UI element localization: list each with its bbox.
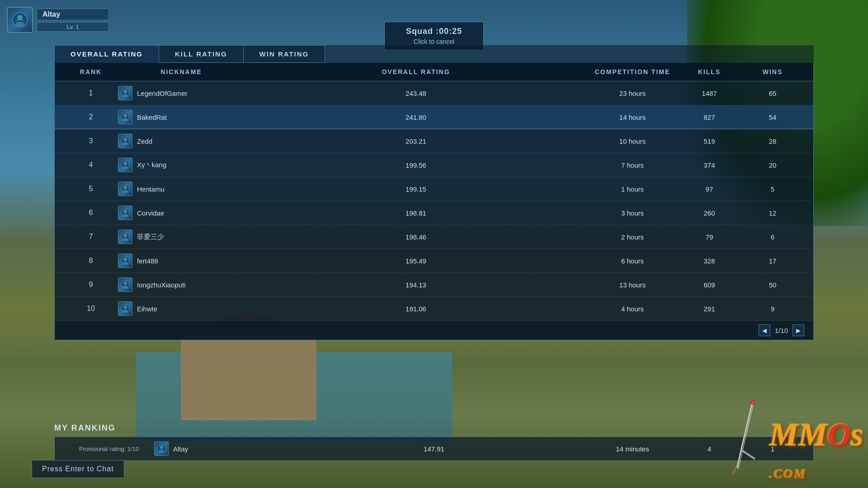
cell-kills: 291 xyxy=(678,305,741,313)
cell-wins: 9 xyxy=(741,305,804,313)
player-icon xyxy=(118,301,132,316)
svg-point-41 xyxy=(751,401,754,404)
next-page-button[interactable]: ▶ xyxy=(793,324,804,336)
svg-point-31 xyxy=(124,306,127,309)
table-row: 4 Xy丶kang 199.56 7 hours 374 20 xyxy=(55,153,813,177)
table-row: 2 BakedRat 241.80 14 hours 827 54 xyxy=(55,105,813,129)
pagination: ◀ 1/10 ▶ xyxy=(55,321,813,340)
cell-rank: 3 xyxy=(64,137,118,145)
cell-wins: 12 xyxy=(741,209,804,217)
svg-point-23 xyxy=(123,238,128,241)
header-nickname: NICKNAME xyxy=(118,68,245,75)
tab-overall[interactable]: OVERALL RATING xyxy=(54,45,159,63)
nickname-text: Zedd xyxy=(137,137,152,145)
nickname-text: IongzhuXiaoputi xyxy=(137,281,186,289)
player-info: Altay Lv. 1 xyxy=(37,9,109,32)
sword-decoration xyxy=(728,396,764,479)
svg-point-14 xyxy=(123,166,128,169)
svg-point-8 xyxy=(123,118,128,122)
svg-point-32 xyxy=(123,310,128,313)
table-body: 1 LegendOfGamer 243.48 23 hours 1487 65 … xyxy=(55,81,813,321)
header-rating: OVERALL RATING xyxy=(245,68,587,75)
nickname-text: Xy丶kang xyxy=(137,161,166,169)
cell-nickname: Zedd xyxy=(118,134,245,148)
cell-wins: 50 xyxy=(741,281,804,289)
player-icon xyxy=(118,230,132,244)
my-time: 14 minutes xyxy=(587,445,678,453)
svg-line-39 xyxy=(732,467,736,475)
chat-button[interactable]: Press Enter to Chat xyxy=(32,460,124,478)
cell-wins: 6 xyxy=(741,233,804,241)
svg-point-25 xyxy=(124,258,127,261)
svg-point-7 xyxy=(124,114,127,117)
svg-point-19 xyxy=(124,210,127,213)
svg-point-5 xyxy=(123,94,128,98)
cell-wins: 65 xyxy=(741,89,804,97)
header-wins: WINS xyxy=(741,68,804,75)
table-row: 9 IongzhuXiaoputi 194.13 13 hours 609 50 xyxy=(55,273,813,297)
table-row: 10 Eihwte 191.06 4 hours 291 9 xyxy=(55,297,813,321)
nickname-text: Hentamu xyxy=(137,185,165,193)
cancel-button[interactable]: Click to cancel xyxy=(398,38,470,45)
svg-point-35 xyxy=(159,450,164,453)
cell-rating: 199.15 xyxy=(245,185,587,193)
player-icon xyxy=(118,86,132,100)
ui-layer: Altay Lv. 1 Squad :00:25 Click to cancel… xyxy=(0,0,868,488)
squad-timer-text: Squad :00:25 xyxy=(398,27,470,36)
cell-kills: 1487 xyxy=(678,89,741,97)
table-row: 7 菲爱三少 198.46 2 hours 79 6 xyxy=(55,225,813,249)
cell-nickname: LegendOfGamer xyxy=(118,86,245,100)
cell-time: 6 hours xyxy=(587,257,678,265)
svg-point-13 xyxy=(124,162,127,165)
cell-rating: 199.56 xyxy=(245,161,587,169)
my-ranking-section: MY RANKING Provisional rating: 1/10 Alta… xyxy=(54,423,814,461)
svg-line-37 xyxy=(738,401,754,469)
nickname-text: BakedRat xyxy=(137,113,167,121)
header-time: COMPETITION TIME xyxy=(587,68,678,75)
cell-rank: 6 xyxy=(64,209,118,217)
header-rank: RANK xyxy=(64,68,118,75)
cell-time: 2 hours xyxy=(587,233,678,241)
svg-point-22 xyxy=(124,234,127,237)
cell-time: 13 hours xyxy=(587,281,678,289)
cell-wins: 17 xyxy=(741,257,804,265)
cell-rating: 194.13 xyxy=(245,281,587,289)
tabs-container: OVERALL RATING KILL RATING WIN RATING xyxy=(54,45,814,63)
cell-nickname: fert488 xyxy=(118,253,245,268)
svg-point-20 xyxy=(123,214,128,217)
svg-point-16 xyxy=(124,186,127,189)
cell-nickname: IongzhuXiaoputi xyxy=(118,277,245,292)
nickname-text: 菲爱三少 xyxy=(137,233,164,241)
cell-nickname: Corvidae xyxy=(118,206,245,220)
cell-wins: 5 xyxy=(741,185,804,193)
nickname-text: fert488 xyxy=(137,257,158,265)
cell-time: 23 hours xyxy=(587,89,678,97)
player-icon xyxy=(118,182,132,196)
player-name: Altay xyxy=(37,9,109,20)
svg-point-34 xyxy=(160,446,163,449)
cell-rank: 10 xyxy=(64,305,118,313)
tab-win[interactable]: WIN RATING xyxy=(244,45,326,63)
cell-kills: 609 xyxy=(678,281,741,289)
cell-nickname: Hentamu xyxy=(118,182,245,196)
player-icon xyxy=(118,277,132,292)
avatar xyxy=(7,7,33,33)
header-kills: KILLS xyxy=(678,68,741,75)
prev-page-button[interactable]: ◀ xyxy=(759,324,770,336)
cell-kills: 260 xyxy=(678,209,741,217)
cell-nickname: Eihwte xyxy=(118,301,245,316)
player-icon xyxy=(118,206,132,220)
cell-rank: 2 xyxy=(64,113,118,121)
mmos-logo: MMOs .COM xyxy=(769,418,863,483)
leaderboard-table: RANK NICKNAME OVERALL RATING COMPETITION… xyxy=(54,63,814,340)
cell-nickname: 菲爱三少 xyxy=(118,230,245,244)
provisional-label: Provisional rating: 1/10 xyxy=(64,446,154,452)
cell-wins: 54 xyxy=(741,113,804,121)
tab-kill[interactable]: KILL RATING xyxy=(159,45,244,63)
cell-kills: 374 xyxy=(678,161,741,169)
cell-wins: 28 xyxy=(741,137,804,145)
svg-point-28 xyxy=(124,282,127,285)
cell-rating: 198.81 xyxy=(245,209,587,217)
cell-rating: 195.49 xyxy=(245,257,587,265)
cell-kills: 328 xyxy=(678,257,741,265)
